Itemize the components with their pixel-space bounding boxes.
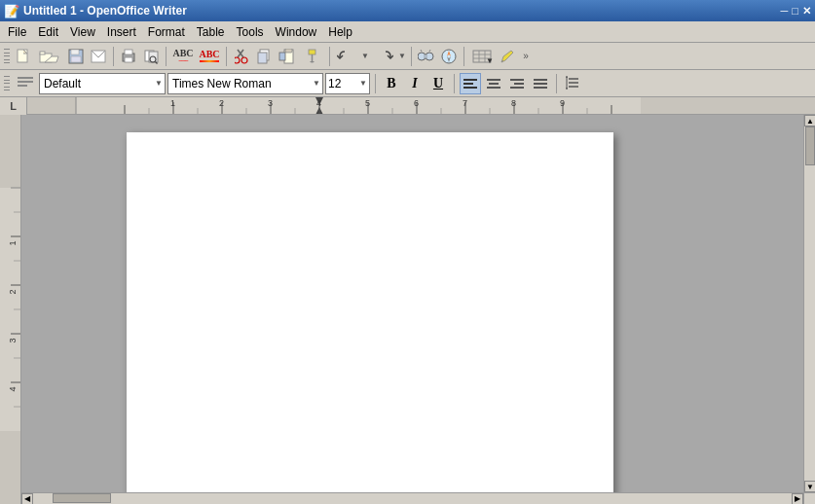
svg-rect-41 [18,81,33,83]
svg-line-30 [429,50,430,52]
cut-button[interactable] [231,46,252,67]
justify-button[interactable] [530,73,551,94]
font-select[interactable]: Times New Roman [167,73,323,94]
menu-format[interactable]: Format [142,23,191,41]
vertical-scrollbar[interactable]: ▲ ▼ [803,115,815,492]
vertical-ruler: 1 2 3 4 [0,115,21,504]
app-icon: 📝 [4,4,19,18]
svg-rect-48 [487,87,500,89]
svg-rect-95 [0,115,21,188]
close-button[interactable]: ✕ [802,5,811,18]
toolbar1: ABC ~~~ ABC [0,43,815,70]
svg-line-29 [421,50,422,52]
scrollbar-right-button[interactable]: ▶ [792,493,803,505]
line-spacing-button[interactable] [562,73,583,94]
open-button[interactable] [35,46,64,67]
svg-rect-46 [487,79,500,81]
align-left-button[interactable] [460,73,481,94]
menu-table[interactable]: Table [191,23,231,41]
style-select-wrapper[interactable]: Default [39,73,166,94]
svg-rect-61 [641,97,815,114]
minimize-button[interactable]: ─ [781,5,789,17]
save-button[interactable] [65,46,87,67]
bold-button[interactable]: B [381,73,402,94]
more-tools-button[interactable]: » [519,46,533,67]
find-button[interactable] [416,46,437,67]
svg-rect-45 [463,87,477,89]
size-select-wrapper[interactable]: 12 [325,73,370,94]
undo-button[interactable] [334,46,359,67]
menu-view[interactable]: View [64,23,101,41]
sep-fmt2 [454,74,455,93]
menu-window[interactable]: Window [270,23,323,41]
menu-bar: File Edit View Insert Format Table Tools… [0,21,815,43]
svg-rect-53 [534,83,547,85]
menu-tools[interactable]: Tools [231,23,270,41]
horizontal-scrollbar[interactable]: ◀ ▶ [21,492,803,504]
menu-file[interactable]: File [2,23,32,41]
document-area[interactable]: ▲ ▼ ◀ ▶ [21,115,815,504]
align-center-button[interactable] [483,73,504,94]
horizontal-ruler: 1 2 3 4 5 6 7 [27,97,815,114]
svg-text:4: 4 [316,98,321,108]
sep4 [329,47,330,66]
sep2 [166,47,167,66]
navigator-button[interactable] [438,46,460,67]
draw-button[interactable] [497,46,518,67]
svg-rect-20 [258,53,267,63]
svg-rect-97 [0,431,21,504]
scrollbar-corner [803,492,815,504]
svg-text:1: 1 [170,98,175,108]
undo-dropdown[interactable]: ▼ [360,46,370,67]
svg-rect-22 [285,49,292,53]
menu-insert[interactable]: Insert [101,23,142,41]
document-page[interactable] [127,132,613,502]
insert-table-button[interactable]: ▼ [468,46,496,67]
svg-rect-40 [18,77,33,79]
svg-rect-51 [510,87,524,89]
svg-text:5: 5 [365,98,370,108]
style-select[interactable]: Default [39,73,166,94]
svg-text:1: 1 [8,240,18,245]
menu-help[interactable]: Help [322,23,358,41]
redo-button[interactable] [371,46,396,67]
sep5 [411,47,412,66]
maximize-button[interactable]: □ [792,5,798,17]
new-doc-button[interactable] [13,46,34,67]
email-button[interactable] [88,46,109,67]
scrollbar-down-button[interactable]: ▼ [804,481,815,492]
menu-edit[interactable]: Edit [32,23,64,41]
ruler-corner-label: L [10,100,17,112]
scrollbar-left-button[interactable]: ◀ [21,493,33,505]
toolbar-grip [4,47,10,66]
autocorrect-button[interactable]: ABC [197,46,222,67]
scrollbar-thumb[interactable] [805,126,815,165]
sep3 [226,47,227,66]
svg-rect-23 [279,53,285,60]
svg-rect-28 [425,54,426,58]
font-select-wrapper[interactable]: Times New Roman [167,73,323,94]
svg-rect-6 [71,56,81,62]
size-select[interactable]: 12 [325,73,370,94]
svg-text:9: 9 [560,98,565,108]
align-right-button[interactable] [506,73,528,94]
redo-dropdown[interactable]: ▼ [397,46,407,67]
scrollbar-track [804,126,815,481]
spellcheck-button[interactable]: ABC ~~~ [170,46,196,67]
svg-rect-60 [76,97,641,114]
copy-button[interactable] [253,46,275,67]
format-paintbrush-button[interactable] [304,46,325,67]
svg-rect-43 [463,79,477,81]
ruler-container: L 1 2 3 [0,97,815,115]
ruler-corner[interactable]: L [0,97,27,115]
underline-button[interactable]: U [427,73,449,94]
print-button[interactable] [118,46,139,67]
scrollbar-up-button[interactable]: ▲ [804,115,815,126]
window-title: Untitled 1 - OpenOffice Writer [23,4,187,18]
paste-button[interactable] [276,46,303,67]
italic-button[interactable]: I [404,73,426,94]
h-scrollbar-thumb[interactable] [53,493,111,503]
svg-rect-50 [514,83,524,85]
svg-rect-54 [534,87,547,89]
print-preview-button[interactable] [140,46,162,67]
